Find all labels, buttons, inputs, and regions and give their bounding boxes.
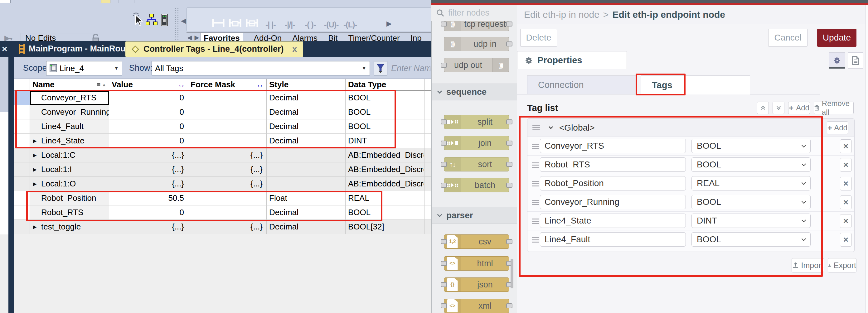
input-port[interactable] — [441, 261, 447, 266]
expand-arrow-icon[interactable]: ▶ — [33, 181, 39, 187]
input-port[interactable] — [441, 303, 447, 308]
tag-style-cell[interactable]: Decimal — [267, 206, 346, 220]
palette-category-sequence[interactable]: sequence — [432, 84, 517, 100]
tag-row-line4_fault[interactable]: BOOL × — [527, 230, 854, 249]
rung-branch-level-icon[interactable] — [245, 19, 259, 28]
partial-cell[interactable] — [425, 162, 431, 177]
tag-force-mask-cell[interactable] — [188, 91, 267, 105]
tab-controller-tags[interactable]: Controller Tags - Line_4(controller) x — [125, 41, 303, 57]
group-add-tag-button[interactable]: +Add — [827, 121, 848, 134]
tab-close-icon[interactable]: x — [292, 44, 297, 54]
row-selector-cell[interactable] — [14, 91, 30, 105]
partial-cell[interactable] — [425, 220, 431, 234]
palette-node-join[interactable]: join — [444, 136, 509, 150]
cancel-button[interactable]: Cancel — [768, 29, 807, 47]
scope-dropdown[interactable]: Line_4 ▼ — [46, 61, 122, 75]
palette-node-split[interactable]: split — [444, 115, 509, 129]
export-button[interactable]: Export — [828, 258, 857, 273]
tag-type-select[interactable]: REAL — [691, 176, 811, 190]
ote-instruction[interactable]: -( )- — [305, 20, 316, 29]
palette-node-sort[interactable]: ↑↓ sort — [444, 157, 509, 171]
output-port[interactable] — [506, 239, 513, 244]
tag-style-cell[interactable]: Float — [267, 191, 346, 206]
xic-instruction[interactable]: -| |- — [266, 20, 276, 29]
tag-force-mask-cell[interactable] — [188, 134, 267, 148]
tag-force-mask-cell[interactable] — [188, 206, 267, 220]
output-port[interactable] — [506, 140, 513, 146]
drag-handle-icon[interactable] — [532, 127, 540, 128]
output-port[interactable] — [506, 303, 513, 308]
tag-group-header[interactable]: <Global> +Add — [527, 119, 854, 137]
tag-name-cell-line4-fault[interactable]: Line4_Fault — [30, 119, 109, 134]
tag-row-line4_state[interactable]: DINT × — [527, 212, 854, 230]
row-selector-cell[interactable] — [14, 191, 30, 206]
tag-name-input[interactable] — [540, 232, 686, 247]
breadcrumb-parent[interactable]: Edit eth-ip in node — [524, 9, 599, 20]
tag-name-cell-robot-position[interactable]: Robot_Position — [30, 191, 109, 206]
drag-handle-icon[interactable] — [532, 146, 539, 147]
row-selector-cell[interactable] — [14, 220, 30, 234]
tag-name-input[interactable] — [540, 176, 686, 190]
palette-search[interactable]: filter nodes — [431, 5, 517, 21]
tag-type-select[interactable]: DINT — [691, 214, 811, 228]
add-tag-button[interactable]: +Add — [788, 102, 810, 114]
tag-value-cell[interactable]: 0 — [109, 206, 188, 220]
tag-value-cell[interactable]: 0 — [109, 105, 188, 119]
chevron-down-icon[interactable] — [549, 125, 553, 129]
tag-name-input[interactable] — [540, 157, 686, 172]
remove-tag-button[interactable]: × — [840, 177, 852, 190]
drag-handle-icon[interactable] — [532, 240, 539, 240]
tag-value-cell[interactable]: {...} — [109, 148, 188, 162]
palette-node-html[interactable]: <> html — [444, 256, 509, 271]
update-button[interactable]: Update — [817, 29, 857, 47]
tag-type-select[interactable]: BOOL — [691, 157, 811, 172]
move-down-button[interactable] — [773, 102, 784, 114]
rung-branch-icon[interactable] — [228, 19, 242, 28]
row-selector-cell[interactable] — [14, 134, 30, 148]
input-port[interactable] — [441, 22, 447, 27]
tag-name-cell-local-1-i[interactable]: ▶Local:1:I — [30, 162, 109, 177]
column-options-icon[interactable]: ≡ — [97, 81, 100, 88]
remove-tag-button[interactable]: × — [840, 195, 852, 209]
import-button[interactable]: Import — [792, 258, 824, 273]
tag-type-select[interactable]: BOOL — [691, 232, 811, 247]
tag-style-cell[interactable]: Decimal — [267, 91, 346, 105]
tag-name-cell-robot-rts[interactable]: Robot_RTS — [30, 206, 109, 220]
tag-datatype-cell[interactable]: BOOL — [346, 105, 425, 119]
drag-handle-icon[interactable] — [532, 221, 539, 222]
input-port[interactable] — [441, 63, 447, 68]
column-header-data-type[interactable]: Data Type — [346, 79, 425, 91]
expand-arrow-icon[interactable]: ▶ — [33, 138, 39, 144]
tag-force-mask-cell[interactable]: {...} — [188, 162, 267, 177]
tag-datatype-cell[interactable]: BOOL — [346, 91, 425, 105]
tag-datatype-cell[interactable]: AB:Embedded_Discre... — [346, 162, 425, 177]
tag-value-cell[interactable]: 0 — [109, 134, 188, 148]
remove-tag-button[interactable]: × — [840, 158, 852, 172]
tab-connection[interactable]: Connection — [527, 75, 637, 94]
tag-row-conveyor_running[interactable]: BOOL × — [527, 193, 854, 212]
output-port[interactable] — [506, 41, 513, 46]
monitor-value-icon[interactable]: ↔ — [178, 80, 185, 89]
input-port[interactable] — [441, 239, 447, 244]
expand-arrow-icon[interactable]: ▶ — [33, 224, 39, 230]
drag-handle-icon[interactable] — [532, 165, 539, 165]
tag-type-select[interactable]: BOOL — [691, 139, 811, 153]
tag-value-cell[interactable]: {...} — [109, 177, 188, 191]
scroll-left-icon[interactable]: ◀ — [181, 18, 186, 24]
tag-style-cell[interactable]: Decimal — [267, 119, 346, 134]
input-port[interactable] — [441, 119, 447, 124]
tag-force-mask-cell[interactable]: {...} — [188, 177, 267, 191]
input-port[interactable] — [441, 183, 447, 188]
column-header-name[interactable]: Name ≡ ▲ — [30, 79, 109, 91]
tag-datatype-cell[interactable]: BOOL[32] — [346, 220, 425, 234]
select-pointer-icon[interactable] — [132, 12, 144, 27]
partial-cell[interactable] — [425, 177, 431, 191]
tag-datatype-cell[interactable]: AB:Embedded_Discre... — [346, 148, 425, 162]
tag-name-input[interactable] — [540, 139, 686, 153]
network-who-active-icon[interactable] — [145, 14, 158, 26]
column-header-value[interactable]: Value ↔ — [109, 79, 188, 91]
row-selector-cell[interactable] — [14, 206, 30, 220]
tag-force-mask-cell[interactable] — [188, 105, 267, 119]
remove-tag-button[interactable]: × — [840, 214, 852, 228]
tag-value-cell[interactable]: 0 — [109, 91, 188, 105]
